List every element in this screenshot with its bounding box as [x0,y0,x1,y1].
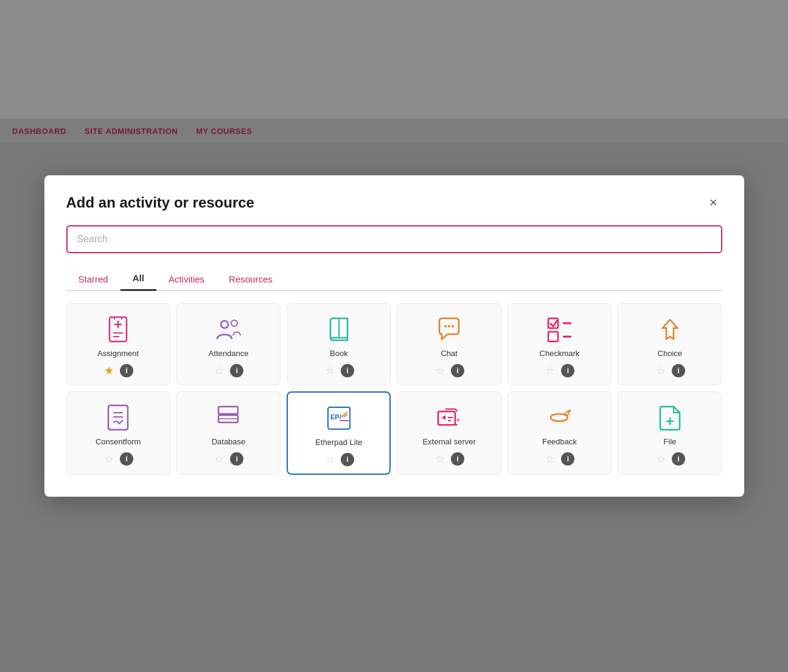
card-attendance[interactable]: Attendance ☆ i [176,303,281,385]
database-actions: ☆ i [213,452,243,466]
card-assignment[interactable]: Assignment ★ i [66,303,170,385]
attendance-star[interactable]: ☆ [213,364,225,377]
svg-point-5 [452,325,454,327]
file-info[interactable]: i [672,452,685,466]
assignment-label: Assignment [97,349,139,358]
file-icon [655,403,685,432]
checkmark-star[interactable]: ☆ [544,364,556,377]
database-label: Database [212,437,246,446]
card-file[interactable]: File ☆ i [618,391,722,475]
card-externalserver[interactable]: External server ☆ i [397,391,501,475]
tab-starred[interactable]: Starred [66,267,120,291]
svg-text:EP/: EP/ [330,413,341,421]
svg-rect-13 [218,407,238,414]
externalserver-info[interactable]: i [451,452,464,466]
etherpadlite-actions: ☆ i [324,453,354,466]
file-label: File [663,437,676,446]
chat-info[interactable]: i [451,364,464,377]
svg-point-4 [448,325,450,327]
feedback-label: Feedback [542,437,577,446]
svg-point-2 [231,320,237,326]
choice-icon [655,315,685,344]
chat-star[interactable]: ☆ [434,364,446,377]
checkmark-actions: ☆ i [544,364,574,377]
checkmark-icon [545,315,574,344]
externalserver-label: External server [422,437,475,446]
chat-actions: ☆ i [434,364,464,377]
attendance-label: Attendance [209,349,249,358]
file-star[interactable]: ☆ [655,452,667,466]
modal-dialog: Add an activity or resource × Starred Al… [44,175,744,497]
chat-label: Chat [441,349,457,358]
externalserver-star[interactable]: ☆ [434,452,446,466]
card-book[interactable]: Book ☆ i [287,303,391,385]
close-button[interactable]: × [705,194,722,212]
modal-title: Add an activity or resource [66,194,254,211]
search-input[interactable] [66,225,722,253]
tab-all[interactable]: All [120,267,156,291]
book-info[interactable]: i [341,364,354,377]
card-choice[interactable]: Choice ☆ i [618,303,722,385]
attendance-info[interactable]: i [230,364,243,377]
assignment-icon [103,315,133,344]
activities-grid: Assignment ★ i Attendance [66,303,722,475]
consentform-label: Consentform [96,437,141,446]
card-database[interactable]: Database ☆ i [176,391,281,475]
chat-icon [434,315,464,344]
database-info[interactable]: i [230,452,243,466]
etherpadlite-star[interactable]: ☆ [324,453,336,466]
book-icon [324,315,354,344]
svg-point-3 [444,325,447,327]
etherpadlite-icon: EP/ [324,404,354,433]
card-feedback[interactable]: Feedback ☆ i [507,391,612,475]
etherpadlite-label: Etherpad Lite [315,438,362,447]
etherpadlite-info[interactable]: i [341,453,354,466]
choice-label: Choice [658,349,682,358]
feedback-info[interactable]: i [561,452,574,466]
choice-info[interactable]: i [672,364,685,377]
consentform-info[interactable]: i [120,452,133,466]
feedback-actions: ☆ i [544,452,574,466]
modal-header: Add an activity or resource × [66,194,722,212]
assignment-actions: ★ i [103,364,133,377]
feedback-star[interactable]: ☆ [544,452,556,466]
assignment-info[interactable]: i [120,364,133,377]
svg-point-1 [221,321,228,328]
card-checkmark[interactable]: Checkmark ☆ i [507,303,612,385]
book-star[interactable]: ☆ [324,364,336,377]
choice-actions: ☆ i [655,364,685,377]
assignment-star[interactable]: ★ [103,364,115,377]
tab-resources[interactable]: Resources [217,267,285,291]
consentform-actions: ☆ i [103,452,133,466]
attendance-actions: ☆ i [213,364,243,377]
svg-rect-8 [548,332,558,341]
consentform-icon [103,403,133,432]
database-icon [214,403,243,432]
database-star[interactable]: ☆ [213,452,225,466]
consentform-star[interactable]: ☆ [103,452,115,466]
checkmark-label: Checkmark [540,349,580,358]
file-actions: ☆ i [655,452,685,466]
externalserver-actions: ☆ i [434,452,464,466]
book-label: Book [330,349,348,358]
card-consentform[interactable]: Consentform ☆ i [66,391,170,475]
tab-activities[interactable]: Activities [156,267,217,291]
tab-bar: Starred All Activities Resources [66,265,722,291]
card-chat[interactable]: Chat ☆ i [397,303,501,385]
checkmark-info[interactable]: i [561,364,574,377]
book-actions: ☆ i [324,364,354,377]
choice-star[interactable]: ☆ [655,364,667,377]
feedback-icon [545,403,574,432]
attendance-icon [214,315,243,344]
externalserver-icon [434,403,464,432]
modal-overlay: Add an activity or resource × Starred Al… [0,0,788,672]
card-etherpadlite[interactable]: EP/ Etherpad Lite ☆ i [287,391,391,475]
